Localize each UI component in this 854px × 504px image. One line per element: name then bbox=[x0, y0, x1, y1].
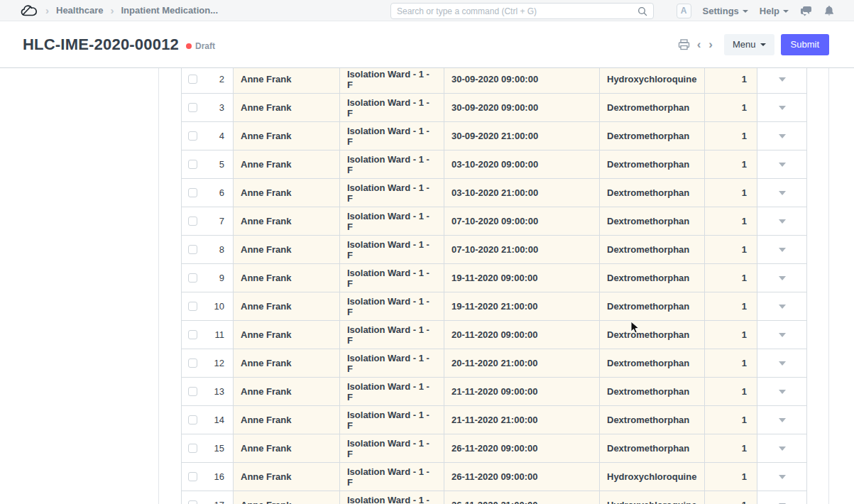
edit-row-cell[interactable] bbox=[757, 150, 807, 178]
patient-cell[interactable]: Anne Frank bbox=[234, 463, 340, 491]
service-unit-cell[interactable]: Isolation Ward - 1 - F bbox=[340, 150, 444, 178]
avatar[interactable]: A bbox=[677, 4, 691, 18]
patient-cell[interactable]: Anne Frank bbox=[234, 321, 340, 349]
service-unit-cell[interactable]: Isolation Ward - 1 - F bbox=[340, 463, 444, 491]
service-unit-cell[interactable]: Isolation Ward - 1 - F bbox=[340, 207, 444, 235]
dosage-cell[interactable]: 1 bbox=[705, 94, 757, 121]
row-expand-icon[interactable] bbox=[779, 134, 786, 138]
edit-row-cell[interactable] bbox=[757, 236, 807, 263]
edit-row-cell[interactable] bbox=[757, 65, 807, 93]
dosage-cell[interactable]: 1 bbox=[705, 292, 757, 320]
drug-cell[interactable]: Hydroxychloroquine bbox=[600, 65, 705, 93]
datetime-cell[interactable]: 30-09-2020 09:00:00 bbox=[444, 65, 600, 93]
service-unit-cell[interactable]: Isolation Ward - 1 - F bbox=[340, 292, 444, 320]
row-expand-icon[interactable] bbox=[779, 191, 786, 195]
table-row[interactable]: 5 Anne Frank Isolation Ward - 1 - F 03-1… bbox=[181, 150, 807, 179]
drug-cell[interactable]: Dextromethorphan bbox=[600, 378, 705, 405]
row-checkbox[interactable] bbox=[188, 131, 197, 141]
table-row[interactable]: 14 Anne Frank Isolation Ward - 1 - F 21-… bbox=[181, 406, 807, 434]
table-row[interactable]: 6 Anne Frank Isolation Ward - 1 - F 03-1… bbox=[181, 179, 807, 207]
table-row[interactable]: 13 Anne Frank Isolation Ward - 1 - F 21-… bbox=[181, 378, 807, 406]
drug-cell[interactable]: Dextromethorphan bbox=[600, 434, 705, 462]
row-expand-icon[interactable] bbox=[779, 390, 786, 394]
row-checkbox[interactable] bbox=[188, 358, 197, 368]
edit-row-cell[interactable] bbox=[757, 264, 807, 292]
chat-icon[interactable] bbox=[800, 6, 813, 16]
service-unit-cell[interactable]: Isolation Ward - 1 - F bbox=[340, 349, 444, 377]
datetime-cell[interactable]: 21-11-2020 09:00:00 bbox=[444, 378, 600, 405]
drug-cell[interactable]: Dextromethorphan bbox=[600, 207, 705, 235]
dosage-cell[interactable]: 1 bbox=[705, 463, 757, 491]
row-expand-icon[interactable] bbox=[779, 106, 786, 110]
dosage-cell[interactable]: 1 bbox=[705, 150, 757, 178]
breadcrumb-inpatient-medication[interactable]: Inpatient Medication... bbox=[121, 5, 218, 16]
dosage-cell[interactable]: 1 bbox=[705, 491, 757, 504]
dosage-cell[interactable]: 1 bbox=[705, 122, 757, 150]
drug-cell[interactable]: Dextromethorphan bbox=[600, 236, 705, 263]
service-unit-cell[interactable]: Isolation Ward - 1 - F bbox=[340, 434, 444, 462]
drug-cell[interactable]: Dextromethorphan bbox=[600, 179, 705, 207]
row-checkbox[interactable] bbox=[188, 387, 197, 396]
datetime-cell[interactable]: 21-11-2020 21:00:00 bbox=[444, 406, 600, 434]
row-expand-icon[interactable] bbox=[779, 361, 786, 366]
patient-cell[interactable]: Anne Frank bbox=[234, 264, 340, 292]
dosage-cell[interactable]: 1 bbox=[705, 236, 757, 263]
row-expand-icon[interactable] bbox=[779, 447, 786, 451]
help-dropdown[interactable]: Help bbox=[760, 6, 789, 16]
datetime-cell[interactable]: 30-09-2020 09:00:00 bbox=[444, 94, 600, 121]
app-logo-icon[interactable] bbox=[20, 3, 38, 18]
next-document-icon[interactable]: › bbox=[708, 38, 713, 50]
dosage-cell[interactable]: 1 bbox=[705, 406, 757, 434]
edit-row-cell[interactable] bbox=[757, 463, 807, 491]
patient-cell[interactable]: Anne Frank bbox=[234, 122, 340, 150]
row-expand-icon[interactable] bbox=[779, 219, 786, 224]
patient-cell[interactable]: Anne Frank bbox=[234, 406, 340, 434]
table-row[interactable]: 4 Anne Frank Isolation Ward - 1 - F 30-0… bbox=[181, 122, 807, 150]
patient-cell[interactable]: Anne Frank bbox=[234, 491, 340, 504]
row-expand-icon[interactable] bbox=[779, 276, 786, 280]
edit-row-cell[interactable] bbox=[757, 179, 807, 207]
row-checkbox[interactable] bbox=[188, 273, 197, 283]
table-row[interactable]: 11 Anne Frank Isolation Ward - 1 - F 20-… bbox=[181, 321, 807, 349]
row-expand-icon[interactable] bbox=[779, 77, 786, 82]
datetime-cell[interactable]: 07-10-2020 09:00:00 bbox=[444, 207, 600, 235]
patient-cell[interactable]: Anne Frank bbox=[234, 150, 340, 178]
global-search[interactable] bbox=[390, 3, 654, 19]
drug-cell[interactable]: Dextromethorphan bbox=[600, 406, 705, 434]
service-unit-cell[interactable]: Isolation Ward - 1 - F bbox=[340, 378, 444, 405]
edit-row-cell[interactable] bbox=[757, 491, 807, 504]
drug-cell[interactable]: Hydroxychloroquine bbox=[600, 463, 705, 491]
row-expand-icon[interactable] bbox=[779, 475, 786, 479]
row-checkbox[interactable] bbox=[188, 472, 197, 481]
service-unit-cell[interactable]: Isolation Ward - 1 - F bbox=[340, 264, 444, 292]
dosage-cell[interactable]: 1 bbox=[705, 321, 757, 349]
table-row[interactable]: 15 Anne Frank Isolation Ward - 1 - F 26-… bbox=[181, 434, 807, 463]
table-row[interactable]: 17 Anne Frank Isolation Ward - 1 - F 26-… bbox=[181, 491, 807, 504]
datetime-cell[interactable]: 26-11-2020 09:00:00 bbox=[444, 463, 600, 491]
row-checkbox[interactable] bbox=[188, 75, 197, 84]
drug-cell[interactable]: Dextromethorphan bbox=[600, 150, 705, 178]
edit-row-cell[interactable] bbox=[757, 94, 807, 121]
service-unit-cell[interactable]: Isolation Ward - 1 - F bbox=[340, 94, 444, 121]
row-checkbox[interactable] bbox=[188, 217, 197, 226]
drug-cell[interactable]: Dextromethorphan bbox=[600, 94, 705, 121]
edit-row-cell[interactable] bbox=[757, 321, 807, 349]
dosage-cell[interactable]: 1 bbox=[705, 264, 757, 292]
edit-row-cell[interactable] bbox=[757, 122, 807, 150]
edit-row-cell[interactable] bbox=[757, 349, 807, 377]
row-expand-icon[interactable] bbox=[779, 163, 786, 167]
row-checkbox[interactable] bbox=[188, 415, 197, 424]
patient-cell[interactable]: Anne Frank bbox=[234, 292, 340, 320]
table-row[interactable]: 2 Anne Frank Isolation Ward - 1 - F 30-0… bbox=[181, 65, 807, 94]
drug-cell[interactable]: Dextromethorphan bbox=[600, 264, 705, 292]
patient-cell[interactable]: Anne Frank bbox=[234, 94, 340, 121]
datetime-cell[interactable]: 19-11-2020 09:00:00 bbox=[444, 264, 600, 292]
drug-cell[interactable]: Dextromethorphan bbox=[600, 349, 705, 377]
edit-row-cell[interactable] bbox=[757, 378, 807, 405]
edit-row-cell[interactable] bbox=[757, 207, 807, 235]
print-icon[interactable] bbox=[678, 39, 690, 50]
service-unit-cell[interactable]: Isolation Ward - 1 - F bbox=[340, 65, 444, 93]
edit-row-cell[interactable] bbox=[757, 292, 807, 320]
row-checkbox[interactable] bbox=[188, 103, 197, 112]
datetime-cell[interactable]: 26-11-2020 21:00:00 bbox=[444, 491, 600, 504]
